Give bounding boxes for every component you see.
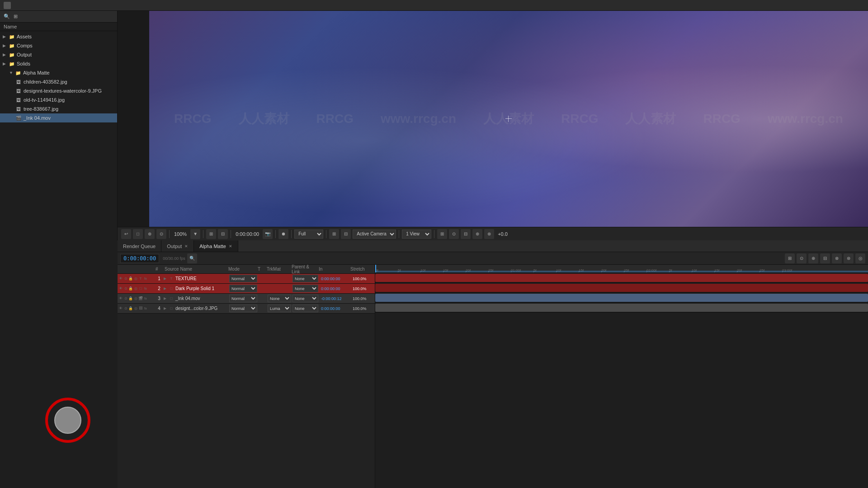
folder-solids[interactable]: ▶ 📁 Solids [0,59,117,68]
misc-btn-2[interactable]: ⊙ [449,229,459,239]
tab-alpha-matte[interactable]: Alpha Matte ✕ [194,240,238,252]
record-circle-area [45,398,90,443]
eye-icon[interactable]: 👁 [118,306,123,311]
tool-btn-1[interactable]: ↩ [121,229,131,239]
panel-search-btn[interactable]: 🔍 [4,14,10,19]
solo-icon[interactable]: ⊙ [123,296,128,301]
layer-3-expand[interactable]: ▶ [164,296,169,300]
layer-3-parent-select[interactable]: None [292,295,318,302]
layer-1-expand[interactable]: ▶ [164,277,169,281]
lock-icon[interactable]: 🔒 [128,286,133,291]
timeline-tool-5[interactable]: ⊗ [832,253,842,263]
solo-icon[interactable]: ⊙ [123,277,128,281]
record-btn[interactable]: ⏺ [278,229,288,239]
quality-dropdown[interactable]: Full Half Quarter [294,230,323,239]
col-trkmat: TrkMat [267,267,292,272]
layer-2-mode[interactable]: Normal [229,285,259,292]
layer-3-trkmat-select[interactable]: None [268,295,291,302]
viewer-btn-2[interactable]: ⊟ [341,229,351,239]
tab-close-output[interactable]: ✕ [184,244,188,249]
layer-1-parent[interactable]: None [292,275,320,282]
toolbar-divider [169,230,170,238]
grid-btn[interactable]: ⊟ [218,229,228,239]
eye-icon[interactable]: 👁 [118,277,123,281]
record-outer-button[interactable] [45,398,90,443]
layer-3-name: _Ink 04.mov [174,296,229,301]
layer-3-mode-select[interactable]: Normal [229,295,257,302]
layer-4-parent[interactable]: None [292,305,320,312]
layer-4-trkmat-select[interactable]: Luma None [268,305,291,312]
layer-1-mode-select[interactable]: Normal [229,275,257,282]
file-designnt-jpg[interactable]: 🖼 designnt-textures-watercolor-9.JPG [0,86,117,95]
aspect-ratio-btn[interactable]: ⊞ [206,229,216,239]
zoom-dropdown-btn[interactable]: ▼ [190,229,200,239]
layer-2-parent[interactable]: None [292,285,320,292]
misc-btn-4[interactable]: ⊕ [472,229,482,239]
timeline-tool-3[interactable]: ⊕ [808,253,818,263]
fx-icon[interactable]: fx [143,277,148,281]
layer-4-expand[interactable]: ▶ [164,306,169,310]
layer-4-mode[interactable]: Normal [229,305,259,312]
layer-2-parent-select[interactable]: None [292,285,318,292]
layer-4-parent-select[interactable]: None [292,305,318,312]
layer-3-trkmat[interactable]: None [268,295,292,302]
timeline-tool-4[interactable]: ⊟ [820,253,830,263]
lock-icon[interactable]: 🔒 [128,277,133,281]
timeline-search-btn[interactable]: 🔍 [187,253,197,263]
lock-icon[interactable]: 🔒 [128,306,133,311]
file-children-jpg[interactable]: 🖼 children-403582.jpg [0,77,117,86]
view-dropdown[interactable]: 1 View 2 Views [402,230,431,239]
layer-1-mode[interactable]: Normal [229,275,259,282]
misc-btn-5[interactable]: ⊗ [484,229,494,239]
layer-2-in: 0:00:00:00 [320,286,351,291]
misc-btn-3[interactable]: ⊟ [461,229,471,239]
timeline-timecode[interactable]: 0:00:00:00 [120,254,159,263]
tool-btn-3[interactable]: ⊕ [145,229,155,239]
shy-icon[interactable]: ◎ [133,296,138,301]
camera-icon-btn[interactable]: 📷 [263,229,273,239]
col-mode: Mode [228,267,258,272]
eye-icon[interactable]: 👁 [118,296,123,301]
playhead[interactable] [375,265,376,272]
layer-2-expand[interactable]: ▶ [164,286,169,291]
fx-icon[interactable]: fx [143,286,148,291]
timeline-tool-2[interactable]: ⊙ [797,253,807,263]
file-tree-jpg[interactable]: 🖼 tree-838667.jpg [0,104,117,113]
solo-icon[interactable]: ⊙ [123,286,128,291]
folder-alpha-matte[interactable]: ▼ 📁 Alpha Matte [0,68,117,77]
layer-4-mode-select[interactable]: Normal [229,305,257,312]
layer-2-mode-select[interactable]: Normal [229,285,257,292]
tool-btn-2[interactable]: □ [133,229,143,239]
folder-comps[interactable]: ▶ 📁 Comps [0,41,117,50]
toolbar-divider-4 [275,230,276,238]
file-ink-mov[interactable]: 🎬 _Ink 04.mov [0,113,117,122]
shy-icon[interactable]: ◎ [133,277,138,281]
timeline-tool-6[interactable]: ⊛ [844,253,854,263]
tool-btn-4[interactable]: ⊙ [156,229,166,239]
lock-icon[interactable]: 🔒 [128,296,133,301]
timeline-tool-1[interactable]: ⊞ [785,253,795,263]
fx-icon[interactable]: fx [143,296,148,301]
layer-4-trkmat[interactable]: Luma None [268,305,292,312]
layer-3-parent[interactable]: None [292,295,320,302]
viewer-btn-1[interactable]: ⊞ [329,229,339,239]
fx-icon[interactable]: fx [143,306,148,311]
timeline-tool-7[interactable]: ◎ [855,253,865,263]
eye-icon[interactable]: 👁 [118,286,123,291]
layer-3-mode[interactable]: Normal [229,295,259,302]
toolbar-divider-3 [231,230,231,238]
solo-icon[interactable]: ⊙ [123,306,128,311]
shy-icon[interactable]: ◎ [133,286,138,291]
panel-sort-btn[interactable]: ⊞ [14,14,18,19]
folder-assets[interactable]: ▶ 📁 Assets [0,32,117,41]
file-old-tv-jpg[interactable]: 🖼 old-tv-1149416.jpg [0,95,117,104]
tab-close-alpha-matte[interactable]: ✕ [229,244,232,249]
tab-render-queue[interactable]: Render Queue [118,240,161,252]
shy-icon[interactable]: ◎ [133,306,138,311]
misc-btn-1[interactable]: ⊞ [437,229,447,239]
layer-2-name: Dark Purple Solid 1 [174,286,229,291]
tab-output[interactable]: Output ✕ [161,240,194,252]
camera-dropdown[interactable]: Active Camera [353,230,396,239]
folder-output[interactable]: ▶ 📁 Output [0,50,117,59]
layer-1-parent-select[interactable]: None [292,275,318,282]
